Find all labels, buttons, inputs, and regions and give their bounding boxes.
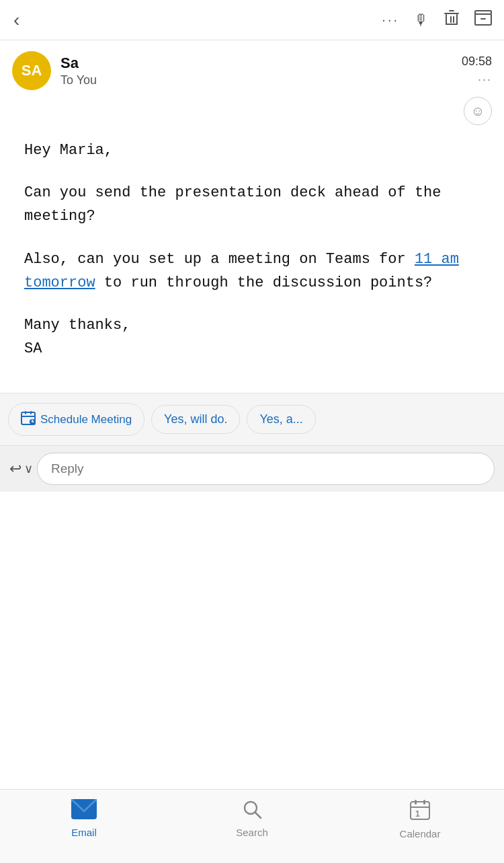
nav-calendar[interactable]: 1 Calendar <box>380 799 460 839</box>
quick-replies-bar: Schedule Meeting Yes, will do. Yes, a... <box>0 393 504 445</box>
nav-email[interactable]: Email <box>44 799 124 838</box>
svg-rect-0 <box>444 13 459 14</box>
yes-will-do-label: Yes, will do. <box>164 412 227 426</box>
calendar-nav-label: Calendar <box>400 828 441 839</box>
email-greeting: Hey Maria, <box>24 139 480 162</box>
svg-rect-20 <box>411 802 429 819</box>
email-sign-off: Many thanks, SA <box>24 313 480 361</box>
more-options-icon[interactable]: ··· <box>382 12 399 28</box>
search-nav-label: Search <box>236 827 268 838</box>
schedule-meeting-button[interactable]: Schedule Meeting <box>8 403 144 436</box>
sender-name: Sa <box>60 54 462 72</box>
svg-rect-5 <box>450 16 452 23</box>
svg-rect-2 <box>446 14 447 25</box>
reply-bar: ↩ ∨ <box>0 445 504 492</box>
svg-rect-4 <box>446 24 458 25</box>
bottom-nav: Email Search 1 Calendar <box>0 789 504 863</box>
sender-info: Sa To You <box>60 54 462 87</box>
mic-icon[interactable]: 🎙 <box>414 11 429 29</box>
svg-rect-12 <box>30 411 32 414</box>
top-bar: ‹ ··· 🎙 <box>0 0 504 40</box>
back-button[interactable]: ‹ <box>7 7 26 34</box>
svg-line-19 <box>255 813 261 818</box>
email-paragraph-2: Also, can you set up a meeting on Teams … <box>24 248 480 295</box>
svg-rect-1 <box>449 10 454 11</box>
svg-text:1: 1 <box>415 809 420 819</box>
reply-chevron-icon[interactable]: ∨ <box>24 461 33 476</box>
archive-icon[interactable] <box>474 10 492 30</box>
email-header: SA Sa To You 09:58 ··· <box>0 40 504 97</box>
email-meta-more[interactable]: ··· <box>478 73 492 87</box>
email-nav-label: Email <box>71 827 97 838</box>
svg-rect-9 <box>480 18 486 20</box>
para2-after: to run through the discussion points? <box>95 274 433 291</box>
trash-icon[interactable] <box>444 9 460 31</box>
reply-input-wrapper <box>37 453 495 485</box>
schedule-meeting-icon <box>21 410 36 428</box>
email-meta: 09:58 ··· <box>462 54 492 87</box>
yes-will-do-button[interactable]: Yes, will do. <box>151 405 240 434</box>
reply-input[interactable] <box>51 461 480 476</box>
para2-before: Also, can you set up a meeting on Teams … <box>24 251 415 268</box>
svg-rect-22 <box>423 800 425 804</box>
avatar: SA <box>12 51 51 90</box>
sender-to: To You <box>60 73 462 87</box>
calendar-nav-icon: 1 <box>409 799 431 825</box>
svg-rect-3 <box>456 14 458 25</box>
svg-rect-21 <box>415 800 417 804</box>
svg-rect-6 <box>453 16 454 23</box>
reaction-area: ☺ <box>0 97 504 132</box>
email-paragraph-1: Can you send the presentation deck ahead… <box>24 181 480 228</box>
emoji-react-button[interactable]: ☺ <box>464 97 492 125</box>
nav-search[interactable]: Search <box>212 799 292 838</box>
yes-a-label: Yes, a... <box>259 412 302 426</box>
email-nav-icon <box>71 799 97 824</box>
svg-rect-11 <box>25 411 26 414</box>
yes-a-button[interactable]: Yes, a... <box>247 405 315 434</box>
reply-nav: ↩ ∨ <box>9 460 33 478</box>
email-time: 09:58 <box>462 54 492 69</box>
reply-arrow-icon[interactable]: ↩ <box>9 460 22 478</box>
search-nav-icon <box>242 799 262 824</box>
email-body: Hey Maria, Can you send the presentation… <box>0 132 504 393</box>
schedule-meeting-label: Schedule Meeting <box>40 413 132 426</box>
